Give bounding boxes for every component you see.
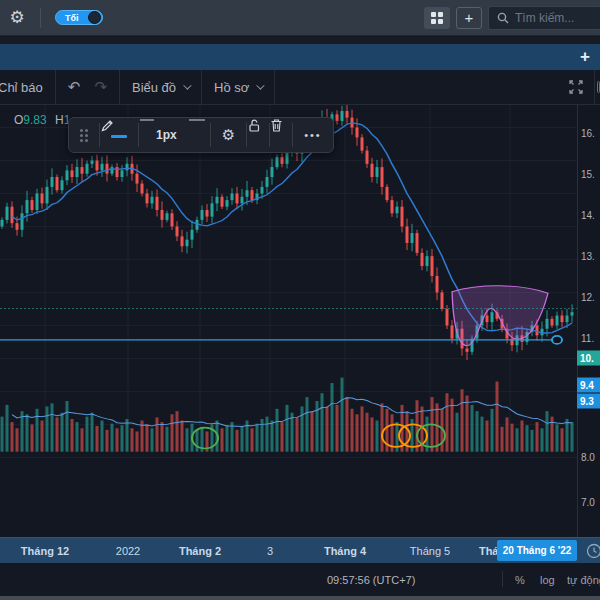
price-axis-border [577, 105, 578, 537]
chart-menu-button[interactable]: Biểu đồ [120, 70, 201, 104]
pencil-icon [100, 118, 115, 133]
price-axis-label: 15. [581, 169, 600, 180]
dark-theme-toggle[interactable]: Tối [55, 10, 103, 25]
auto-scale-button[interactable]: tự động [567, 574, 600, 586]
crosshair-date-badge: 20 Tháng 6 '22 [497, 540, 577, 561]
chevron-down-icon [183, 81, 191, 89]
price-chart[interactable] [0, 105, 600, 537]
chevron-down-icon [256, 81, 264, 89]
time-axis-label: Tháng 5 [410, 545, 450, 557]
top-bar: ⚙ Tối + Tìm kiếm... [0, 0, 600, 36]
line-width-icon [139, 118, 155, 122]
log-scale-button[interactable]: log [540, 574, 555, 586]
profile-menu-label: Hồ sơ [214, 80, 249, 95]
bottom-edge-strip [0, 596, 600, 600]
drawing-settings-button[interactable]: ⚙ [211, 118, 246, 152]
profile-menu-button[interactable]: Hồ sơ [202, 70, 274, 104]
indicators-button[interactable]: Chỉ báo [0, 70, 55, 104]
high-label: H [55, 113, 64, 127]
price-axis-label: 7.0 [581, 497, 600, 508]
undo-icon: ↶ [68, 78, 81, 96]
fullscreen-icon [568, 79, 584, 95]
price-badge: 10. [577, 351, 600, 366]
chart-toolbar: Chỉ báo ↶ ↷ Biểu đồ Hồ sơ [0, 70, 600, 105]
spacer-strip [0, 37, 600, 44]
price-axis-label: 16. [581, 128, 600, 139]
divider [502, 571, 503, 587]
toggle-knob [88, 11, 101, 24]
line-width-button[interactable]: 1px [139, 118, 188, 152]
price-badge: 9.4 [577, 378, 600, 393]
divider [40, 8, 41, 28]
ohlc-legend: O9.83 H1 [14, 113, 70, 127]
chart-menu-label: Biểu đồ [132, 80, 176, 95]
time-axis-label: Tháng 12 [21, 545, 69, 557]
toolbar-drag-handle[interactable] [69, 118, 99, 152]
search-input[interactable]: Tìm kiếm... [488, 6, 600, 30]
more-dots-icon: ••• [304, 129, 322, 141]
drawing-floating-toolbar: 1px ⚙ [68, 117, 334, 153]
line-endpoint-handle[interactable] [552, 336, 562, 344]
line-style-icon [188, 118, 206, 122]
chart-area[interactable]: 16.15.14.13.12.11.8.07.06.010.9.49.3 O9.… [0, 105, 600, 537]
indicators-label: Chỉ báo [0, 80, 43, 95]
clock-time: 09:57:56 (UTC+7) [327, 574, 415, 586]
time-axis-label: Tháng 4 [324, 545, 366, 557]
toggle-label: Tối [65, 13, 79, 23]
status-bar: 09:57:56 (UTC+7) % log tự động [0, 563, 600, 596]
price-badge: 9.3 [577, 394, 600, 409]
open-value: 9.83 [23, 113, 46, 127]
redo-button[interactable]: ↷ [92, 70, 119, 104]
selected-color-swatch [111, 135, 127, 138]
lock-drawing-button[interactable] [247, 118, 269, 152]
grid-icon [431, 12, 443, 24]
trading-app: ⚙ Tối + Tìm kiếm... + Chỉ báo [0, 0, 600, 600]
percent-scale-button[interactable]: % [515, 574, 525, 586]
time-axis-label: 3 [267, 545, 273, 557]
gear-icon: ⚙ [222, 126, 235, 144]
price-axis-label: 12. [581, 292, 600, 303]
price-axis-label: 11. [581, 333, 600, 344]
line-width-value: 1px [156, 128, 177, 142]
price-axis-label: 8.0 [581, 452, 600, 463]
redo-icon: ↷ [94, 78, 107, 96]
drag-dots-icon [80, 129, 88, 142]
time-axis-label: 2022 [116, 545, 140, 557]
time-axis[interactable]: Tháng 122022Tháng 23Tháng 4Tháng 5Tháng … [0, 537, 600, 563]
settings-gear-icon[interactable]: ⚙ [0, 7, 34, 28]
pattern-drawing [452, 286, 548, 346]
price-axis-label: 14. [581, 210, 600, 221]
layout-grid-button[interactable] [424, 7, 450, 29]
search-icon [497, 12, 509, 24]
banner-add-button[interactable]: + [580, 47, 590, 67]
delete-drawing-button[interactable] [270, 118, 292, 152]
line-style-button[interactable] [188, 118, 210, 152]
unlock-icon [247, 118, 261, 133]
line-color-button[interactable] [100, 118, 138, 152]
more-options-button[interactable]: ••• [293, 118, 333, 152]
trash-icon [270, 118, 283, 133]
panel-header-banner: + [0, 44, 600, 70]
search-placeholder: Tìm kiếm... [515, 11, 574, 25]
undo-button[interactable]: ↶ [56, 70, 93, 104]
add-button[interactable]: + [456, 7, 482, 29]
fullscreen-button[interactable] [558, 70, 594, 104]
open-label: O [14, 113, 23, 127]
time-axis-label: Tháng 2 [179, 545, 221, 557]
clock-icon[interactable] [584, 542, 600, 560]
snapshot-button-partial[interactable] [594, 70, 600, 104]
price-axis-label: 13. [581, 251, 600, 262]
